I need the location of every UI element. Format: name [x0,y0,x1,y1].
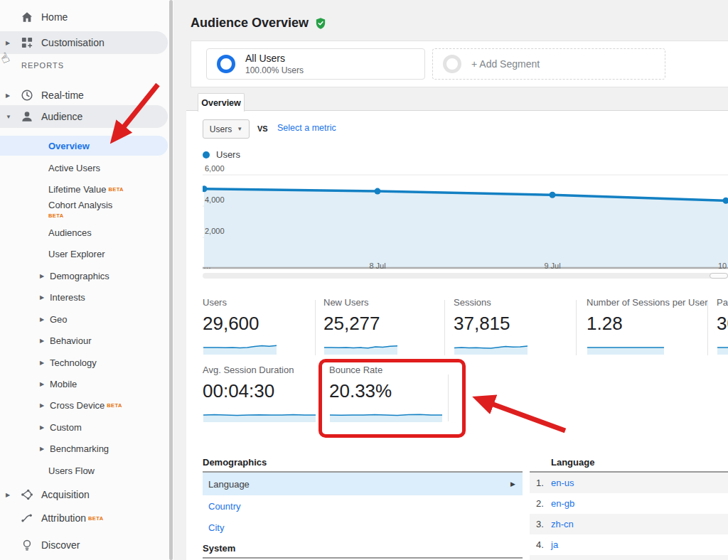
chevron-right-icon[interactable]: ▶ [40,338,44,344]
svg-text:2,000: 2,000 [205,227,225,235]
language-link[interactable]: ja [551,539,558,550]
sidebar-item-customisation[interactable]: ▶Customisation [0,31,168,54]
select-a-metric-link[interactable]: Select a metric [277,123,336,133]
chevron-down-icon: ▼ [237,126,242,132]
sidebar-item-overview[interactable]: Overview [0,136,168,156]
sidebar-item-custom[interactable]: ▶Custom [0,417,168,437]
language-link[interactable]: en-us [551,478,574,488]
sidebar-item-label: Mobile [50,379,77,389]
segment-all-users[interactable]: All Users 100.00% Users [206,48,425,80]
sidebar-item-user-explorer[interactable]: User Explorer [0,244,168,264]
svg-text:4,000: 4,000 [205,195,225,204]
metric-value: 30 [717,313,728,335]
sidebar-item-audiences[interactable]: Audiences [0,222,168,242]
sidebar-item-label: Custom [50,422,82,433]
sidebar-item-discover[interactable]: Discover [0,534,168,556]
segment-circle-icon [217,55,235,73]
language-link[interactable]: en-gb [551,498,574,509]
sidebar-item-demographics[interactable]: ▶Demographics [0,266,168,286]
sidebar-item-active-users[interactable]: Active Users [0,158,168,178]
sidebar-item-label: Interests [50,292,85,303]
metric-divider [444,300,445,355]
segment-subtitle: 100.00% Users [245,65,304,75]
sidebar-item-audience[interactable]: ▼Audience [0,105,168,128]
metric-value: 25,277 [323,313,398,335]
sidebar-item-real-time[interactable]: ▶Real-time [0,84,168,107]
customisation-icon [20,36,34,50]
chevron-right-icon[interactable]: ▶ [40,402,44,409]
sidebar-item-label: Demographics [50,271,109,281]
sidebar-item-cross-device[interactable]: ▶Cross DeviceBETA [0,395,168,415]
chart-scrollbar-track [203,273,728,279]
sidebar-item-mobile[interactable]: ▶Mobile [0,374,168,394]
metric-sparkline [203,338,277,355]
demographics-item-city[interactable]: City [203,517,523,538]
sidebar-item-geo[interactable]: ▶Geo [0,309,168,329]
sidebar-item-label: Lifetime Value [48,184,106,195]
sidebar-item-technology[interactable]: ▶Technology [0,352,168,372]
chevron-right-icon[interactable]: ▶ [40,424,44,431]
sidebar-item-label: Overview [48,141,90,151]
metric-divider [707,300,708,355]
bulb-icon [20,538,34,552]
metric-card-avg-session-duration[interactable]: Avg. Session Duration00:04:30 [203,365,316,422]
sidebar-item-benchmarking[interactable]: ▶Benchmarking [0,438,168,458]
sidebar-item-behaviour[interactable]: ▶Behaviour [0,330,168,350]
tab-overview[interactable]: Overview [198,93,245,112]
metric-label: New Users [323,297,398,308]
demographics-item-country[interactable]: Country [203,495,523,517]
metric-sparkline [454,338,528,355]
add-segment-button[interactable]: + Add Segment [432,48,665,80]
home-icon [20,10,34,24]
chevron-right-icon[interactable]: ▶ [40,316,44,323]
metric-card-pag[interactable]: Pag30 [717,297,728,355]
demographics-item-label: Language [208,479,250,490]
sidebar-item-acquisition[interactable]: ▶Acquisition [0,483,168,506]
demographics-section: Demographics Language▶CountryCity System [203,457,523,559]
metric-card-sessions[interactable]: Sessions37,815 [454,297,528,355]
chevron-down-icon[interactable]: ▼ [6,114,11,120]
chevron-right-icon: ▶ [510,480,515,488]
metric-card-new-users[interactable]: New Users25,277 [323,297,398,355]
chart-scrollbar-thumb[interactable] [710,273,728,279]
sidebar-item-users-flow[interactable]: Users Flow [0,461,168,480]
sidebar-item-label: Geo [50,314,68,325]
metric-label: Number of Sessions per User [587,297,708,308]
chevron-right-icon[interactable]: ▶ [40,273,44,279]
language-row-en-gb: 2.en-gb [530,493,728,514]
x-axis-label: 8 Jul [369,262,385,270]
demographics-item-language[interactable]: Language▶ [203,473,523,495]
sidebar-scrollbar[interactable] [169,0,173,560]
metric-sparkline [203,405,316,422]
sidebar-item-interests[interactable]: ▶Interests [0,287,168,307]
metric-selector-dropdown[interactable]: Users ▼ [203,119,250,139]
metric-card-number-of-sessions-per-user[interactable]: Number of Sessions per User1.28 [587,297,708,355]
chevron-right-icon[interactable]: ▶ [40,446,44,452]
metric-value: 1.28 [587,313,708,335]
chevron-right-icon[interactable]: ▶ [6,92,10,99]
sidebar-item-label: Behaviour [50,335,92,346]
beta-badge: BETA [88,515,103,522]
sidebar-item-cohort-analysis[interactable]: Cohort AnalysisBETA [0,198,168,225]
chevron-right-icon[interactable]: ▶ [40,381,44,387]
language-link[interactable]: zh-cn [551,519,574,529]
chevron-right-icon[interactable]: ▶ [40,360,44,366]
language-rank: 3. [530,519,551,529]
verified-shield-icon [314,17,327,30]
vs-label: VS [257,124,268,133]
chart-legend: Users [203,149,240,160]
language-table: Language 1.en-us2.en-gb3.zh-cn4.ja [530,457,728,560]
demographics-header: Demographics [203,457,523,473]
legend-dot-icon [203,151,210,158]
language-row-ja: 4.ja [530,534,728,555]
sidebar-item-attribution[interactable]: AttributionBETA [0,507,168,529]
sidebar-item-label: Cross Device [50,400,105,411]
sidebar-item-label: Technology [50,357,97,368]
chevron-right-icon[interactable]: ▶ [6,492,10,498]
sidebar-item-label: Audiences [48,227,92,238]
metric-card-users[interactable]: Users29,600 [203,297,277,355]
sidebar-item-lifetime-value[interactable]: Lifetime ValueBETA [0,179,168,199]
chevron-right-icon[interactable]: ▶ [40,294,44,301]
chevron-right-icon[interactable]: ▶ [6,40,10,46]
sidebar-item-home[interactable]: Home [0,6,168,28]
